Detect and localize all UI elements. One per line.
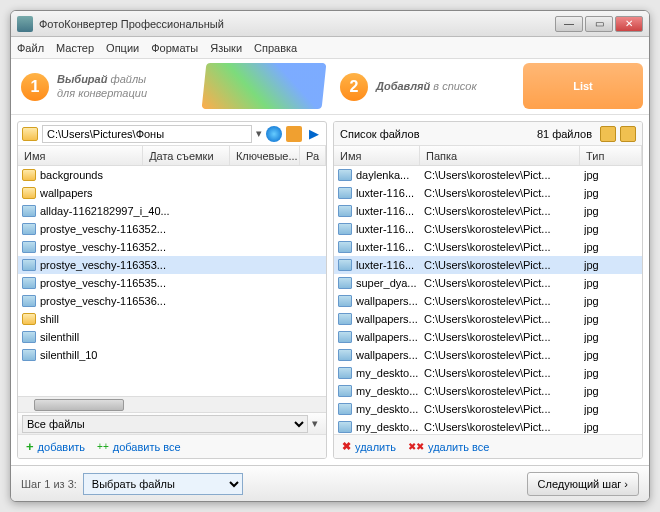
- list-item[interactable]: shill: [18, 310, 326, 328]
- menu-languages[interactable]: Языки: [210, 42, 242, 54]
- image-file-icon: [338, 223, 352, 235]
- left-file-list[interactable]: backgroundswallpapersallday-1162182997_i…: [18, 166, 326, 396]
- remove-all-label: удалить все: [428, 441, 489, 453]
- list-item[interactable]: prostye_veschy-116535...: [18, 274, 326, 292]
- step-1-text: Выбирай файлы для конвертации: [57, 73, 147, 99]
- item-name: my_deskto...: [356, 385, 424, 397]
- col-date[interactable]: Дата съемки: [143, 146, 230, 165]
- list-item[interactable]: luxter-116...C:\Users\korostelev\Pict...…: [334, 184, 642, 202]
- item-name: my_deskto...: [356, 403, 424, 415]
- image-file-icon: [22, 223, 36, 235]
- menu-help[interactable]: Справка: [254, 42, 297, 54]
- titlebar[interactable]: ФотоКонвертер Профессиональный — ▭ ✕: [11, 11, 649, 37]
- step-2-text: Добавляй в список: [376, 80, 477, 93]
- list-badge: List: [573, 80, 593, 92]
- image-file-icon: [338, 313, 352, 325]
- item-folder: C:\Users\korostelev\Pict...: [424, 313, 584, 325]
- item-type: jpg: [584, 385, 638, 397]
- list-item[interactable]: prostye_veschy-116352...: [18, 220, 326, 238]
- list-item[interactable]: wallpapers...C:\Users\korostelev\Pict...…: [334, 310, 642, 328]
- list-item[interactable]: wallpapers...C:\Users\korostelev\Pict...…: [334, 292, 642, 310]
- item-type: jpg: [584, 313, 638, 325]
- add-button[interactable]: +добавить: [26, 439, 85, 454]
- list-item[interactable]: silenthill: [18, 328, 326, 346]
- menu-options[interactable]: Опции: [106, 42, 139, 54]
- step-1-rest: файлы: [107, 73, 146, 85]
- list-item[interactable]: my_deskto...C:\Users\korostelev\Pict...j…: [334, 400, 642, 418]
- rcol-name[interactable]: Имя: [334, 146, 420, 165]
- item-type: jpg: [584, 223, 638, 235]
- list-item[interactable]: wallpapers...C:\Users\korostelev\Pict...…: [334, 346, 642, 364]
- remove-button[interactable]: ✖удалить: [342, 440, 396, 453]
- filter-row: Все файлы ▾: [18, 412, 326, 434]
- rcol-folder[interactable]: Папка: [420, 146, 580, 165]
- image-file-icon: [338, 259, 352, 271]
- item-folder: C:\Users\korostelev\Pict...: [424, 385, 584, 397]
- item-name: luxter-116...: [356, 223, 424, 235]
- save-list-icon[interactable]: [620, 126, 636, 142]
- list-item[interactable]: my_deskto...C:\Users\korostelev\Pict...j…: [334, 418, 642, 434]
- list-item[interactable]: silenthill_10: [18, 346, 326, 364]
- step-select[interactable]: Выбрать файлы: [83, 473, 243, 495]
- add-all-button[interactable]: ++добавить все: [97, 441, 181, 453]
- right-file-list[interactable]: daylenka...C:\Users\korostelev\Pict...jp…: [334, 166, 642, 434]
- list-item[interactable]: luxter-116...C:\Users\korostelev\Pict...…: [334, 238, 642, 256]
- item-folder: C:\Users\korostelev\Pict...: [424, 403, 584, 415]
- file-filter-select[interactable]: Все файлы: [22, 415, 308, 433]
- menu-master[interactable]: Мастер: [56, 42, 94, 54]
- close-button[interactable]: ✕: [615, 16, 643, 32]
- list-item[interactable]: wallpapers...C:\Users\korostelev\Pict...…: [334, 328, 642, 346]
- list-item[interactable]: allday-1162182997_i_40...: [18, 202, 326, 220]
- go-icon[interactable]: ▶: [306, 126, 322, 142]
- window-controls: — ▭ ✕: [555, 16, 643, 32]
- list-item[interactable]: luxter-116...C:\Users\korostelev\Pict...…: [334, 220, 642, 238]
- step-2-bold: Добавляй: [376, 80, 430, 92]
- list-item[interactable]: my_deskto...C:\Users\korostelev\Pict...j…: [334, 364, 642, 382]
- path-bar: ▾ ▶: [18, 122, 326, 146]
- list-item[interactable]: luxter-116...C:\Users\korostelev\Pict...…: [334, 202, 642, 220]
- image-file-icon: [22, 277, 36, 289]
- list-item[interactable]: backgrounds: [18, 166, 326, 184]
- plus-all-icon: ++: [97, 441, 109, 452]
- menu-file[interactable]: Файл: [17, 42, 44, 54]
- minimize-button[interactable]: —: [555, 16, 583, 32]
- filter-dropdown-icon: ▾: [308, 417, 322, 430]
- footer-bar: Шаг 1 из 3: Выбрать файлы Следующий шаг …: [11, 465, 649, 501]
- maximize-button[interactable]: ▭: [585, 16, 613, 32]
- image-file-icon: [338, 169, 352, 181]
- thumbnail-view-icon[interactable]: [286, 126, 302, 142]
- item-name: luxter-116...: [356, 259, 424, 271]
- col-rating[interactable]: Ра: [300, 146, 326, 165]
- menu-formats[interactable]: Форматы: [151, 42, 198, 54]
- next-step-button[interactable]: Следующий шаг ›: [527, 472, 639, 496]
- col-keywords[interactable]: Ключевые...: [230, 146, 300, 165]
- list-item[interactable]: wallpapers: [18, 184, 326, 202]
- path-dropdown-icon[interactable]: ▾: [256, 127, 262, 140]
- banner-step-2: 2 Добавляй в список List: [330, 59, 649, 114]
- file-count: 81 файлов: [537, 128, 592, 140]
- list-item[interactable]: super_dya...C:\Users\korostelev\Pict...j…: [334, 274, 642, 292]
- item-folder: C:\Users\korostelev\Pict...: [424, 421, 584, 433]
- path-input[interactable]: [42, 125, 252, 143]
- open-list-icon[interactable]: [600, 126, 616, 142]
- list-item[interactable]: luxter-116...C:\Users\korostelev\Pict...…: [334, 256, 642, 274]
- list-item[interactable]: prostye_veschy-116352...: [18, 238, 326, 256]
- app-window: ФотоКонвертер Профессиональный — ▭ ✕ Фай…: [10, 10, 650, 502]
- left-scrollbar[interactable]: [18, 396, 326, 412]
- rcol-type[interactable]: Тип: [580, 146, 642, 165]
- item-type: jpg: [584, 349, 638, 361]
- item-type: jpg: [584, 277, 638, 289]
- image-file-icon: [22, 259, 36, 271]
- col-name[interactable]: Имя: [18, 146, 143, 165]
- list-item[interactable]: daylenka...C:\Users\korostelev\Pict...jp…: [334, 166, 642, 184]
- item-type: jpg: [584, 169, 638, 181]
- list-item[interactable]: prostye_veschy-116353...: [18, 256, 326, 274]
- item-type: jpg: [584, 331, 638, 343]
- scroll-thumb[interactable]: [34, 399, 124, 411]
- remove-all-button[interactable]: ✖✖удалить все: [408, 441, 489, 453]
- app-icon: [17, 16, 33, 32]
- list-item[interactable]: prostye_veschy-116536...: [18, 292, 326, 310]
- list-item[interactable]: my_deskto...C:\Users\korostelev\Pict...j…: [334, 382, 642, 400]
- item-name: daylenka...: [356, 169, 424, 181]
- refresh-icon[interactable]: [266, 126, 282, 142]
